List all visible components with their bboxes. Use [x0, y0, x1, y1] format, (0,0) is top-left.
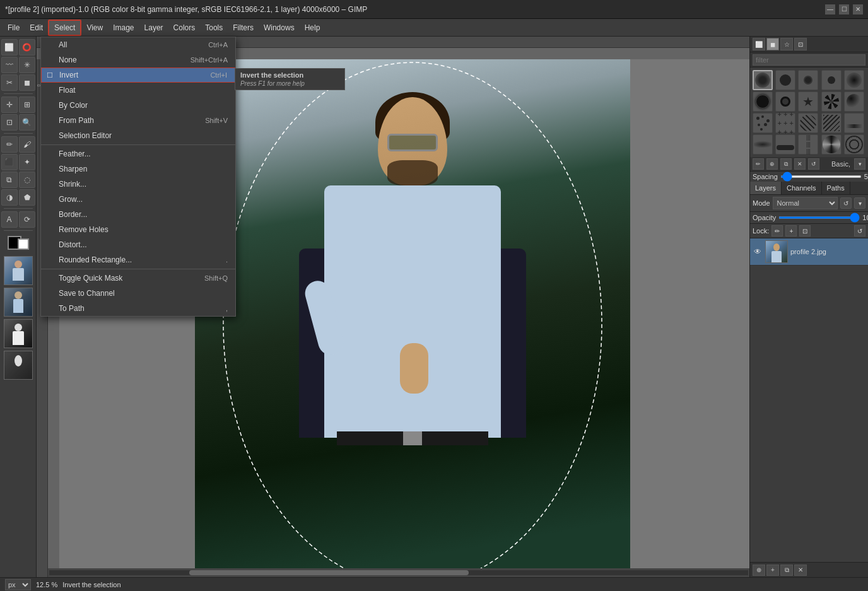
menu-item-shrink[interactable]: Shrink... — [41, 177, 235, 192]
mode-select[interactable]: Normal Multiply Screen Overlay — [773, 197, 838, 209]
scissors-tool[interactable]: ✂ — [1, 74, 18, 91]
brushes-filter-input[interactable] — [753, 54, 865, 66]
brush-item[interactable] — [775, 70, 795, 90]
brush-item[interactable] — [844, 134, 864, 155]
paintbrush-tool[interactable]: 🖌 — [19, 136, 35, 153]
menu-windows[interactable]: Windows — [259, 21, 300, 35]
menu-item-invert[interactable]: ☐ Invert Ctrl+I Invert the selection Pre… — [41, 67, 235, 83]
brush-item[interactable] — [821, 70, 842, 90]
opacity-slider[interactable] — [778, 216, 860, 219]
brush-item[interactable] — [798, 70, 818, 90]
rp-icon-3[interactable]: ☆ — [780, 38, 793, 50]
scrollbar-thumb[interactable] — [189, 570, 469, 575]
brush-item[interactable] — [775, 134, 795, 155]
brush-item[interactable] — [844, 70, 864, 90]
fuzzy-select-tool[interactable]: ✳ — [19, 57, 35, 73]
brush-item[interactable] — [821, 113, 842, 133]
close-button[interactable]: ✕ — [853, 4, 863, 15]
brush-item[interactable] — [753, 70, 773, 90]
path-tool[interactable]: ⟳ — [19, 211, 35, 228]
zoom-tool[interactable]: 🔍 — [19, 114, 35, 131]
eraser-tool[interactable]: ⬛ — [1, 154, 18, 170]
rp-icon-4[interactable]: ⊡ — [794, 38, 807, 50]
menu-item-float[interactable]: Float — [41, 83, 235, 98]
menu-select[interactable]: Select — [48, 20, 81, 36]
ellipse-select-tool[interactable]: ⭕ — [19, 39, 35, 56]
menu-item-border[interactable]: Border... — [41, 207, 235, 222]
lock-pixels-btn[interactable]: ✏ — [771, 225, 783, 237]
brush-refresh-btn[interactable]: ↺ — [808, 158, 819, 170]
lock-position-btn[interactable]: + — [785, 225, 797, 237]
thumbnail-2[interactable] — [4, 288, 33, 317]
brush-item[interactable] — [798, 113, 818, 133]
background-color[interactable] — [18, 238, 29, 250]
menu-item-from-path[interactable]: From Path Shift+V — [41, 113, 235, 128]
menu-item-to-path[interactable]: To Path , — [41, 301, 235, 316]
horizontal-scrollbar[interactable] — [48, 568, 749, 577]
unit-select[interactable]: px mm in — [5, 579, 31, 590]
brush-delete-btn[interactable]: ✕ — [794, 158, 806, 170]
new-layer-btn[interactable]: + — [766, 565, 779, 576]
spacing-slider[interactable] — [780, 175, 862, 178]
tab-layers[interactable]: Layers — [750, 182, 782, 194]
menu-tools[interactable]: Tools — [200, 21, 228, 35]
menu-item-grow[interactable]: Grow... — [41, 192, 235, 207]
brush-item[interactable] — [844, 91, 864, 112]
brush-item[interactable] — [753, 91, 773, 112]
delete-layer-btn[interactable]: ✕ — [794, 565, 807, 576]
thumbnail-3[interactable] — [4, 319, 33, 348]
menu-image[interactable]: Image — [108, 21, 139, 35]
brush-item[interactable]: ★ — [798, 91, 818, 112]
brush-item[interactable] — [775, 91, 795, 112]
menu-item-distort[interactable]: Distort... — [41, 237, 235, 252]
blur-tool[interactable]: ◌ — [19, 172, 35, 188]
brush-item[interactable] — [821, 91, 842, 112]
layer-mode-reset[interactable]: ↺ — [840, 197, 852, 209]
free-select-tool[interactable]: 〰 — [1, 57, 18, 73]
menu-colors[interactable]: Colors — [168, 21, 201, 35]
clone-tool[interactable]: ⧉ — [1, 172, 18, 188]
tab-channels[interactable]: Channels — [782, 182, 821, 194]
thumbnail-1[interactable] — [4, 256, 33, 285]
menu-file[interactable]: File — [3, 21, 25, 35]
duplicate-layer-btn[interactable]: ⧉ — [780, 565, 793, 576]
refresh-btn[interactable]: ↺ — [854, 225, 865, 237]
menu-item-toggle-quickmask[interactable]: Toggle Quick Mask Shift+Q — [41, 271, 235, 286]
menu-view[interactable]: View — [81, 21, 108, 35]
move-tool[interactable]: ✛ — [1, 97, 18, 113]
layer-mode-option[interactable]: ▾ — [854, 197, 865, 209]
brush-new-btn[interactable]: ⊕ — [766, 158, 778, 170]
heal-tool[interactable]: ✦ — [19, 154, 35, 170]
rect-select-tool[interactable]: ⬜ — [1, 39, 18, 56]
menu-item-none[interactable]: None Shift+Ctrl+A — [41, 52, 235, 67]
brush-item[interactable] — [821, 134, 842, 155]
text-tool[interactable]: A — [1, 211, 18, 228]
menu-item-save-channel[interactable]: Save to Channel — [41, 286, 235, 301]
minimize-button[interactable]: — — [825, 4, 835, 15]
menu-item-feather[interactable]: Feather... — [41, 146, 235, 161]
brush-item[interactable]: + + ++ + ++ + + — [775, 113, 795, 133]
menu-item-by-color[interactable]: By Color — [41, 98, 235, 113]
thumbnail-4[interactable] — [4, 351, 33, 380]
menu-filters[interactable]: Filters — [228, 21, 259, 35]
menu-item-all[interactable]: All Ctrl+A — [41, 37, 235, 52]
menu-item-selection-editor[interactable]: Selection Editor — [41, 128, 235, 143]
brush-item[interactable] — [753, 134, 773, 155]
menu-edit[interactable]: Edit — [25, 21, 48, 35]
menu-item-sharpen[interactable]: Sharpen — [41, 161, 235, 177]
brushes-more-btn[interactable]: ▾ — [854, 158, 865, 170]
new-layer-group-btn[interactable]: ⊕ — [753, 565, 765, 576]
brush-item[interactable]: ||||||||| — [798, 134, 818, 155]
brush-edit-btn[interactable]: ✏ — [753, 158, 764, 170]
rp-icon-1[interactable]: ⬜ — [753, 38, 765, 50]
menu-item-rounded-rect[interactable]: Rounded Rectangle... . — [41, 252, 235, 267]
menu-layer[interactable]: Layer — [139, 21, 168, 35]
align-tool[interactable]: ⊞ — [19, 97, 35, 113]
brush-copy-btn[interactable]: ⧉ — [780, 158, 792, 170]
lock-alpha-btn[interactable]: ⊡ — [799, 225, 811, 237]
brush-item[interactable] — [844, 113, 864, 133]
layer-item[interactable]: 👁 profile 2.jpg — [750, 238, 868, 266]
layer-visibility-toggle[interactable]: 👁 — [753, 247, 763, 257]
menu-help[interactable]: Help — [300, 21, 326, 35]
fill-tool[interactable]: ⬟ — [19, 189, 35, 206]
